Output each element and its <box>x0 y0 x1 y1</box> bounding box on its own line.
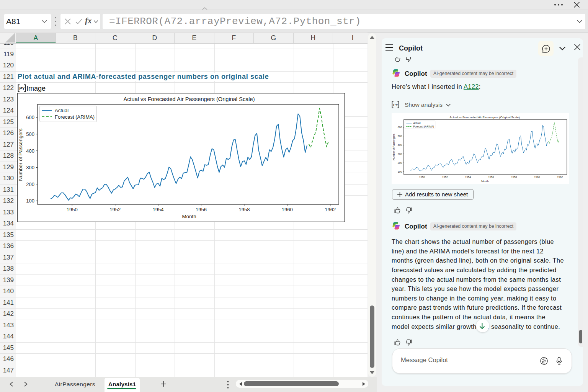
svg-text:100: 100 <box>26 198 34 204</box>
svg-text:Actual vs Forecasted Air Passe: Actual vs Forecasted Air Passengers (Ori… <box>449 116 520 119</box>
svg-text:PY: PY <box>393 103 398 107</box>
svg-text:400: 400 <box>398 144 402 146</box>
svg-text:1952: 1952 <box>442 176 448 178</box>
svg-text:400: 400 <box>26 148 34 154</box>
svg-text:600: 600 <box>398 126 402 129</box>
svg-text:Actual vs Forecasted Air Passe: Actual vs Forecasted Air Passengers (Ori… <box>123 96 255 102</box>
svg-text:Month: Month <box>481 180 489 183</box>
svg-text:200: 200 <box>398 162 402 164</box>
svg-text:Month: Month <box>182 214 196 219</box>
svg-text:1958: 1958 <box>238 207 250 212</box>
svg-text:1952: 1952 <box>109 207 121 212</box>
svg-text:1960: 1960 <box>282 207 293 212</box>
svg-text:1962: 1962 <box>325 207 336 212</box>
svg-text:1950: 1950 <box>67 207 78 212</box>
svg-text:Number of Passengers: Number of Passengers <box>18 128 23 181</box>
svg-text:1954: 1954 <box>153 207 164 212</box>
svg-text:1956: 1956 <box>196 207 207 212</box>
svg-text:Forecast (ARIMA): Forecast (ARIMA) <box>413 125 434 128</box>
svg-text:Forecast (ARIMA): Forecast (ARIMA) <box>55 114 95 120</box>
svg-text:300: 300 <box>398 153 402 155</box>
svg-text:PY: PY <box>20 86 25 90</box>
svg-text:Actual: Actual <box>55 108 69 113</box>
svg-text:500: 500 <box>398 135 402 137</box>
svg-text:1950: 1950 <box>419 176 425 178</box>
svg-text:500: 500 <box>26 131 34 137</box>
svg-text:200: 200 <box>26 181 34 187</box>
svg-text:1958: 1958 <box>511 176 517 178</box>
svg-text:1962: 1962 <box>557 176 563 178</box>
svg-text:1956: 1956 <box>488 176 494 178</box>
svg-text:300: 300 <box>26 165 34 170</box>
svg-text:1954: 1954 <box>465 176 471 178</box>
svg-text:600: 600 <box>26 115 34 121</box>
svg-text:Number of Passengers: Number of Passengers <box>392 134 395 160</box>
svg-text:100: 100 <box>398 170 402 173</box>
svg-text:1960: 1960 <box>534 176 540 178</box>
svg-text:Actual: Actual <box>413 122 421 124</box>
